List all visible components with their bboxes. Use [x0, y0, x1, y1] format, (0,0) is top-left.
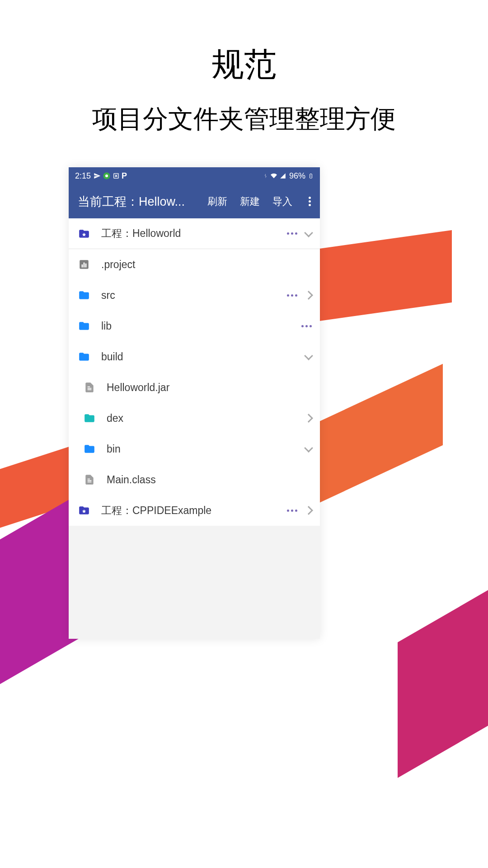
create-button[interactable]: 新建	[240, 195, 260, 208]
app-bar-title: 当前工程：Hellow...	[78, 193, 207, 210]
file-label: bin	[107, 443, 305, 455]
chevron-right-icon[interactable]	[304, 506, 313, 515]
decoration-shape	[316, 230, 452, 321]
file-actions	[287, 231, 312, 236]
folder-icon	[82, 443, 97, 455]
svg-point-1	[105, 175, 108, 177]
file-row[interactable]: 工程：CPPIDEExample	[69, 495, 320, 526]
file-row[interactable]: lib	[69, 311, 320, 341]
file-row[interactable]: Helloworld.jar	[69, 372, 320, 403]
file-actions	[305, 354, 312, 359]
file-label: dex	[107, 412, 305, 425]
chevron-right-icon[interactable]	[304, 414, 313, 423]
more-options-icon[interactable]	[287, 232, 297, 235]
status-bar: 2:15 P 96%	[69, 167, 320, 184]
blank-area	[69, 526, 320, 639]
file-row[interactable]: Main.class	[69, 464, 320, 495]
chevron-down-icon[interactable]	[304, 228, 313, 237]
app-bar: 当前工程：Hellow... 刷新 新建 导入	[69, 184, 320, 218]
import-button[interactable]: 导入	[272, 195, 292, 208]
file-label: 工程：Helloworld	[101, 226, 287, 241]
folder-icon	[77, 351, 91, 363]
file-row[interactable]: .project	[69, 249, 320, 280]
file-icon	[82, 474, 97, 486]
decoration-shape	[398, 569, 488, 778]
file-actions	[287, 292, 312, 298]
file-row[interactable]: src	[69, 280, 320, 311]
file-row[interactable]: dex	[69, 403, 320, 434]
file-actions	[305, 447, 312, 451]
file-row[interactable]: 工程：Helloworld	[69, 218, 320, 249]
file-label: Main.class	[107, 474, 312, 486]
file-icon	[82, 382, 97, 393]
project-star-icon	[77, 505, 91, 516]
folder-teal-icon	[82, 412, 97, 424]
status-time: 2:15	[75, 171, 91, 181]
decoration-shape	[316, 364, 443, 505]
more-options-icon[interactable]	[287, 509, 297, 512]
file-actions	[301, 325, 312, 327]
chevron-down-icon[interactable]	[304, 351, 313, 360]
more-menu-icon[interactable]	[309, 197, 311, 206]
project-star-icon	[77, 228, 91, 240]
status-battery: 96%	[289, 171, 305, 181]
file-label: .project	[101, 259, 312, 271]
file-label: 工程：CPPIDEExample	[101, 504, 287, 518]
folder-icon	[77, 320, 91, 332]
file-label: src	[101, 289, 287, 302]
battery-icon	[308, 172, 314, 180]
chart-icon	[77, 259, 91, 270]
file-row[interactable]: bin	[69, 434, 320, 464]
status-system-icons	[263, 172, 286, 179]
file-list: 工程：Helloworld.projectsrclibbuildHellowor…	[69, 218, 320, 526]
file-row[interactable]: build	[69, 341, 320, 372]
file-actions	[305, 415, 312, 421]
page-title: 规范	[0, 43, 488, 86]
file-actions	[287, 507, 312, 514]
file-label: build	[101, 351, 305, 363]
page-subtitle: 项目分文件夹管理整理方便	[0, 102, 488, 137]
status-notification-icons: P	[94, 171, 127, 181]
folder-icon	[77, 289, 91, 301]
file-label: lib	[101, 320, 301, 332]
chevron-down-icon[interactable]	[304, 443, 313, 453]
phone-screenshot: 2:15 P 96% 当前工程：Hellow... 刷新 新建 导入	[69, 167, 320, 639]
file-label: Helloworld.jar	[107, 382, 312, 394]
svg-rect-4	[310, 174, 311, 174]
refresh-button[interactable]: 刷新	[207, 195, 227, 208]
chevron-right-icon[interactable]	[304, 291, 313, 300]
more-options-icon[interactable]	[301, 325, 312, 327]
more-options-icon[interactable]	[287, 294, 297, 297]
